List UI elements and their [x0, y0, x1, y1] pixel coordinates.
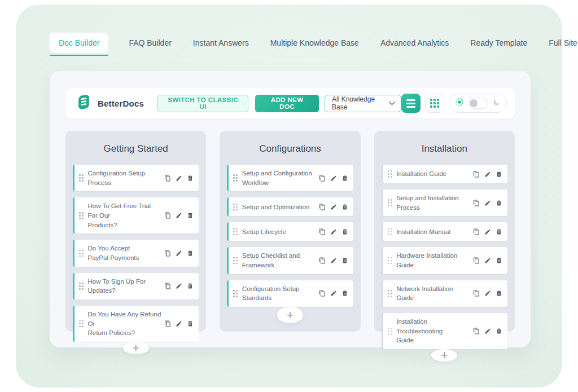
drag-handle-icon[interactable] — [388, 290, 392, 297]
delete-icon[interactable] — [341, 290, 348, 297]
drag-handle-icon[interactable] — [233, 228, 238, 236]
delete-icon[interactable] — [341, 175, 348, 182]
tab-advanced-analytics[interactable]: Advanced Analytics — [379, 33, 450, 53]
edit-icon[interactable] — [484, 200, 491, 206]
duplicate-icon[interactable] — [164, 175, 171, 182]
duplicate-icon[interactable] — [164, 212, 171, 219]
theme-toggle[interactable] — [449, 94, 507, 113]
drag-handle-icon[interactable] — [79, 250, 84, 257]
delete-icon[interactable] — [187, 320, 194, 327]
tab-faq-builder[interactable]: FAQ Builder — [128, 33, 172, 53]
duplicate-icon[interactable] — [164, 250, 171, 257]
edit-icon[interactable] — [484, 171, 491, 178]
duplicate-icon[interactable] — [473, 257, 480, 264]
doc-card[interactable]: Do You Have Any Refund Or Return Policie… — [73, 306, 199, 342]
delete-icon[interactable] — [187, 212, 194, 219]
edit-icon[interactable] — [330, 290, 337, 297]
duplicate-icon[interactable] — [319, 228, 326, 235]
list-view-button[interactable] — [401, 94, 421, 113]
duplicate-icon[interactable] — [473, 328, 480, 334]
doc-card[interactable]: Do You Accept PayPal Payments — [73, 240, 199, 266]
doc-card[interactable]: Setup and Installation Process — [382, 190, 507, 216]
delete-icon[interactable] — [341, 204, 348, 210]
edit-icon[interactable] — [176, 175, 182, 182]
delete-icon[interactable] — [341, 257, 348, 264]
add-new-doc-button[interactable]: ADD NEW DOC — [255, 95, 319, 112]
drag-handle-icon[interactable] — [79, 320, 84, 328]
doc-card[interactable]: Setup Lifecycle — [227, 222, 353, 241]
edit-icon[interactable] — [484, 290, 491, 297]
add-doc-button[interactable]: + — [431, 349, 457, 362]
duplicate-icon[interactable] — [473, 228, 480, 235]
delete-icon[interactable] — [187, 283, 194, 289]
doc-card[interactable]: How To Get Free Trial For Our Products? — [73, 197, 199, 234]
drag-handle-icon[interactable] — [79, 283, 84, 290]
duplicate-icon[interactable] — [319, 175, 326, 182]
doc-card[interactable]: Installation Guide — [382, 165, 507, 183]
drag-handle-icon[interactable] — [388, 257, 392, 265]
add-doc-button[interactable]: + — [123, 342, 149, 354]
add-doc-button[interactable]: + — [277, 307, 303, 323]
edit-icon[interactable] — [330, 228, 337, 235]
duplicate-icon[interactable] — [473, 171, 480, 178]
doc-card[interactable]: How To Sign Up For Updates? — [73, 273, 199, 299]
duplicate-icon[interactable] — [473, 200, 480, 206]
duplicate-icon[interactable] — [319, 290, 326, 297]
delete-icon[interactable] — [187, 175, 194, 182]
duplicate-icon[interactable] — [319, 257, 326, 264]
doc-card-actions — [473, 328, 502, 334]
doc-card[interactable]: Setup Checklist and Framework — [227, 247, 353, 274]
edit-icon[interactable] — [484, 257, 491, 264]
edit-icon[interactable] — [330, 204, 337, 210]
doc-card[interactable]: Installation Manual — [382, 222, 507, 241]
drag-handle-icon[interactable] — [79, 174, 84, 182]
delete-icon[interactable] — [496, 171, 502, 178]
tab-full-site-editor[interactable]: Full Site Editor — [548, 33, 578, 53]
edit-icon[interactable] — [330, 257, 337, 264]
doc-card[interactable]: Setup and Optimization — [227, 197, 353, 216]
doc-card[interactable]: Installation Troubleshooting Guide — [382, 313, 507, 349]
drag-handle-icon[interactable] — [388, 228, 392, 236]
drag-handle-icon[interactable] — [233, 174, 238, 182]
edit-icon[interactable] — [484, 228, 491, 235]
duplicate-icon[interactable] — [319, 204, 326, 210]
edit-icon[interactable] — [330, 175, 337, 182]
doc-card[interactable]: Hardware Installation Guide — [382, 247, 507, 274]
doc-card[interactable]: Configuration Setup Standards — [227, 280, 353, 307]
duplicate-icon[interactable] — [164, 320, 171, 327]
tab-doc-builder[interactable]: Doc Builder — [50, 33, 108, 53]
doc-card[interactable]: Setup and Configuration Workflow — [227, 165, 353, 191]
duplicate-icon[interactable] — [164, 283, 171, 289]
drag-handle-icon[interactable] — [233, 257, 238, 265]
tab-instant-answers[interactable]: Instant Answers — [192, 33, 250, 53]
knowledge-base-dropdown[interactable]: All Knowledge Base — [325, 95, 401, 112]
tab-ready-template[interactable]: Ready Template — [469, 33, 528, 53]
drag-handle-icon[interactable] — [388, 170, 392, 178]
drag-handle-icon[interactable] — [233, 204, 238, 211]
delete-icon[interactable] — [496, 200, 502, 206]
switch-classic-ui-button[interactable]: SWITCH TO CLASSIC UI — [157, 95, 248, 112]
delete-icon[interactable] — [187, 250, 194, 257]
drag-handle-icon[interactable] — [79, 212, 84, 219]
drag-handle-icon[interactable] — [233, 290, 238, 297]
doc-card[interactable]: Network Installation Guide — [382, 280, 507, 307]
delete-icon[interactable] — [341, 228, 348, 235]
edit-icon[interactable] — [176, 250, 182, 257]
toolbar: BetterDocs SWITCH TO CLASSIC UI ADD NEW … — [65, 88, 515, 118]
delete-icon[interactable] — [496, 290, 502, 297]
edit-icon[interactable] — [176, 212, 182, 219]
edit-icon[interactable] — [176, 283, 182, 289]
drag-handle-icon[interactable] — [388, 199, 392, 206]
theme-switch[interactable] — [468, 98, 488, 109]
drag-handle-icon[interactable] — [388, 328, 392, 335]
doc-title: Do You Have Any Refund Or Return Policie… — [88, 310, 165, 338]
grid-view-button[interactable] — [425, 94, 444, 113]
duplicate-icon[interactable] — [473, 290, 480, 297]
doc-card[interactable]: Configuration Setup Process — [73, 165, 199, 191]
edit-icon[interactable] — [176, 320, 182, 327]
delete-icon[interactable] — [496, 257, 502, 264]
delete-icon[interactable] — [496, 228, 502, 235]
tab-multiple-knowledge-base[interactable]: Multiple Knowledge Base — [269, 33, 360, 53]
delete-icon[interactable] — [496, 328, 502, 334]
edit-icon[interactable] — [484, 328, 491, 334]
